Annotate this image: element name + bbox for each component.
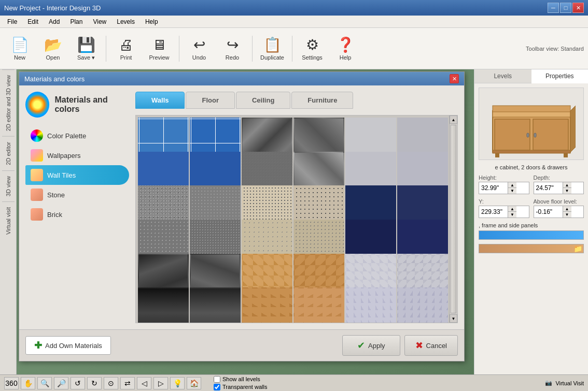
y-up[interactable]: ▲ bbox=[508, 206, 516, 212]
logo-icon bbox=[25, 92, 49, 118]
cancel-button[interactable]: ✖ Cancel bbox=[404, 335, 458, 356]
show-all-levels-checkbox[interactable] bbox=[214, 376, 220, 383]
home-btn[interactable]: 🏠 bbox=[187, 377, 201, 389]
y-down[interactable]: ▼ bbox=[508, 212, 516, 218]
scroll-up[interactable]: ▲ bbox=[450, 115, 457, 124]
menu-help[interactable]: Help bbox=[140, 17, 163, 26]
floor-value[interactable] bbox=[534, 206, 563, 218]
toolbar-print[interactable]: 🖨 Print bbox=[110, 31, 142, 66]
toolbar-duplicate[interactable]: 📋 Duplicate bbox=[257, 31, 288, 66]
height-up[interactable]: ▲ bbox=[508, 182, 516, 188]
tab-ceiling[interactable]: Ceiling bbox=[236, 92, 290, 109]
tab-floor[interactable]: Floor bbox=[186, 92, 235, 109]
tab-properties[interactable]: Properties bbox=[531, 69, 589, 83]
menu-edit[interactable]: Edit bbox=[22, 17, 44, 26]
nav-wallpapers-label: Wallpapers bbox=[47, 152, 81, 160]
side-tab-2d[interactable]: 2D editor bbox=[2, 136, 15, 170]
y-input[interactable]: ▲ ▼ bbox=[479, 206, 529, 218]
height-down[interactable]: ▼ bbox=[508, 188, 516, 194]
depth-up[interactable]: ▲ bbox=[563, 182, 571, 188]
scroll-thumb[interactable] bbox=[451, 125, 456, 313]
redo-icon: ↪ bbox=[227, 36, 239, 53]
toolbar-undo[interactable]: ↩ Undo bbox=[184, 31, 215, 66]
orbit-btn[interactable]: ⊙ bbox=[104, 377, 118, 389]
tile-33[interactable] bbox=[242, 287, 292, 323]
virtual-visit-label: Virtual Visit bbox=[555, 380, 584, 386]
y-spinners: ▲ ▼ bbox=[508, 206, 516, 218]
rotate-right-btn[interactable]: ↻ bbox=[87, 377, 102, 389]
depth-input[interactable]: ▲ ▼ bbox=[534, 182, 584, 194]
show-all-levels-label[interactable]: Show all levels bbox=[214, 376, 267, 383]
wood-color-swatch[interactable]: 📁 bbox=[479, 244, 584, 253]
frame-label: , frame and side panels bbox=[479, 222, 584, 228]
tile-32[interactable] bbox=[190, 287, 241, 323]
turn-left-btn[interactable]: ◁ bbox=[137, 377, 151, 389]
floor-down[interactable]: ▼ bbox=[563, 212, 571, 218]
swatch-open-icon[interactable]: 📁 bbox=[573, 244, 582, 253]
depth-value[interactable] bbox=[534, 182, 563, 194]
menu-file[interactable]: File bbox=[2, 17, 22, 26]
floor-input[interactable]: ▲ ▼ bbox=[534, 206, 584, 218]
y-value[interactable] bbox=[479, 206, 508, 218]
walk-btn[interactable]: ⇄ bbox=[120, 377, 135, 389]
floor-up[interactable]: ▲ bbox=[563, 206, 571, 212]
toolbar-preview[interactable]: 🖥 Preview bbox=[144, 31, 175, 66]
tile-icon bbox=[31, 169, 43, 181]
side-tab-virtual[interactable]: Virtual visit bbox=[2, 201, 15, 240]
toolbar-redo[interactable]: ↪ Redo bbox=[217, 31, 248, 66]
zoom-out-btn[interactable]: 🔍 bbox=[37, 377, 52, 389]
nav-wall-tiles[interactable]: Wall Tiles bbox=[25, 165, 129, 185]
transparent-walls-label[interactable]: Transparent walls bbox=[214, 384, 267, 390]
height-value[interactable] bbox=[479, 182, 508, 194]
side-tabs: 2D editor and 3D view 2D editor 3D view … bbox=[0, 69, 17, 374]
minimize-button[interactable]: ─ bbox=[548, 3, 559, 13]
panel-tabs: Levels Properties bbox=[474, 69, 588, 83]
pan-btn[interactable]: ✋ bbox=[21, 377, 35, 389]
toolbar-help[interactable]: ❓ Help bbox=[330, 31, 361, 66]
tile-34[interactable] bbox=[293, 287, 344, 323]
nav-wallpapers[interactable]: Wallpapers bbox=[25, 146, 129, 165]
height-input[interactable]: ▲ ▼ bbox=[479, 182, 529, 194]
menu-levels[interactable]: Levels bbox=[111, 17, 140, 26]
tab-furniture[interactable]: Furniture bbox=[291, 92, 353, 109]
menu-add[interactable]: Add bbox=[44, 17, 65, 26]
prop-group-y: Y: ▲ ▼ bbox=[479, 198, 529, 218]
rotate-left-btn[interactable]: ↺ bbox=[71, 377, 85, 389]
toolbar-settings[interactable]: ⚙ Settings bbox=[297, 31, 328, 66]
nav-stone[interactable]: Stone bbox=[25, 185, 129, 205]
turn-right-btn[interactable]: ▷ bbox=[153, 377, 168, 389]
side-tab-2d3d[interactable]: 2D editor and 3D view bbox=[2, 69, 15, 136]
canvas-area: Materials and colors ✕ Materials and col… bbox=[17, 69, 474, 374]
toolbar-save[interactable]: 💾 Save ▾ bbox=[71, 31, 102, 66]
nav-color-palette[interactable]: Color Palette bbox=[25, 126, 129, 146]
side-tab-3d[interactable]: 3D view bbox=[2, 170, 15, 201]
tab-levels[interactable]: Levels bbox=[474, 69, 531, 83]
menu-view[interactable]: View bbox=[88, 17, 111, 26]
scroll-down[interactable]: ▼ bbox=[450, 314, 457, 323]
tab-walls[interactable]: Walls bbox=[135, 92, 185, 109]
toolbar-open[interactable]: 📂 Open bbox=[37, 31, 68, 66]
tile-36[interactable] bbox=[397, 287, 448, 323]
tile-35[interactable] bbox=[345, 287, 396, 323]
undo-icon: ↩ bbox=[193, 36, 205, 53]
frame-color-swatch[interactable] bbox=[479, 230, 584, 240]
nav-tiles-label: Wall Tiles bbox=[47, 171, 76, 179]
apply-button[interactable]: ✔ Apply bbox=[342, 335, 400, 356]
zoom-in-btn[interactable]: 🔎 bbox=[54, 377, 68, 389]
menu-plan[interactable]: Plan bbox=[65, 17, 88, 26]
virtual-visit-btn[interactable]: 📷 Virtual Visit bbox=[545, 380, 584, 386]
maximize-button[interactable]: □ bbox=[560, 3, 571, 13]
360-btn[interactable]: 360 bbox=[4, 377, 19, 389]
svg-rect-4 bbox=[527, 133, 529, 137]
transparent-walls-checkbox[interactable] bbox=[214, 384, 220, 390]
scrollbar[interactable]: ▲ ▼ bbox=[449, 115, 457, 323]
depth-down[interactable]: ▼ bbox=[563, 188, 571, 194]
add-own-materials-button[interactable]: ✚ Add Own Materials bbox=[25, 336, 111, 355]
lamp-btn[interactable]: 💡 bbox=[170, 377, 185, 389]
close-button[interactable]: ✕ bbox=[572, 3, 584, 13]
tile-31[interactable] bbox=[138, 287, 189, 323]
toolbar-new[interactable]: 📄 New bbox=[4, 31, 35, 66]
nav-brick[interactable]: Brick bbox=[25, 205, 129, 224]
dialog-close-button[interactable]: ✕ bbox=[450, 74, 459, 83]
transparent-walls-text: Transparent walls bbox=[222, 384, 267, 390]
